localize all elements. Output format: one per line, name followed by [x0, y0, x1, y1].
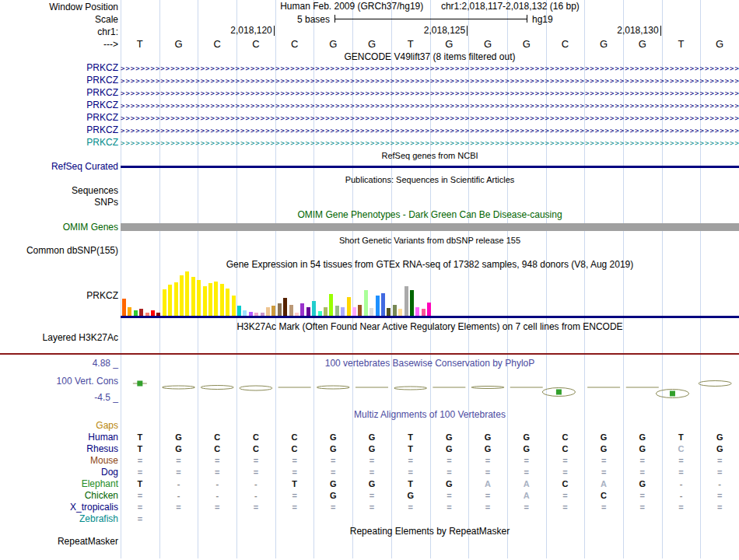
gtex-expression-bar[interactable]: [410, 290, 414, 316]
gene-label[interactable]: PRKCZ: [0, 100, 118, 110]
gtex-expression-bar[interactable]: [295, 313, 299, 316]
repeatmasker-track-label[interactable]: RepeatMasker: [0, 536, 118, 547]
gtex-expression-bar[interactable]: [191, 277, 195, 316]
gtex-expression-bar[interactable]: [249, 312, 253, 316]
gtex-expression-bar[interactable]: [168, 285, 172, 316]
gtex-expression-bar[interactable]: [347, 297, 351, 316]
gtex-expression-bar[interactable]: [415, 307, 419, 316]
gtex-expression-bar[interactable]: [427, 303, 431, 316]
gtex-expression-bar[interactable]: [300, 303, 304, 316]
gene-model-row[interactable]: >>>>>>>>>>>>>>>>>>>>>>>>>>>>>>>>>>>>>>>>…: [121, 112, 739, 124]
multiz-track-title[interactable]: Multiz Alignments of 100 Vertebrates: [121, 409, 739, 420]
omim-gene-item[interactable]: [121, 223, 739, 231]
gene-model-row[interactable]: >>>>>>>>>>>>>>>>>>>>>>>>>>>>>>>>>>>>>>>>…: [121, 137, 739, 149]
species-label-rhesus[interactable]: Rhesus: [0, 443, 118, 454]
species-label-dog[interactable]: Dog: [0, 467, 118, 478]
species-label-mouse[interactable]: Mouse: [0, 455, 118, 466]
gtex-expression-bar[interactable]: [283, 298, 287, 316]
omim-track-label[interactable]: OMIM Genes: [0, 222, 118, 233]
gtex-expression-bar[interactable]: [376, 296, 380, 316]
dbsnp-track-title[interactable]: Short Genetic Variants from dbSNP releas…: [121, 235, 739, 246]
gene-label[interactable]: PRKCZ: [0, 124, 118, 135]
gtex-expression-bar[interactable]: [352, 307, 356, 316]
gtex-expression-bar[interactable]: [289, 305, 293, 316]
species-label-human[interactable]: Human: [0, 432, 118, 443]
gene-model-row[interactable]: >>>>>>>>>>>>>>>>>>>>>>>>>>>>>>>>>>>>>>>>…: [121, 87, 739, 100]
species-label-zebrafish[interactable]: Zebrafish: [0, 513, 118, 524]
gene-label[interactable]: PRKCZ: [0, 112, 118, 123]
gtex-expression-bar[interactable]: [266, 307, 270, 316]
alignment-cell: =: [313, 467, 352, 478]
h3k27ac-track-label[interactable]: Layered H3K27Ac: [0, 332, 118, 343]
repeatmasker-track-title[interactable]: Repeating Elements by RepeatMasker: [121, 526, 739, 537]
gtex-expression-bar[interactable]: [220, 284, 224, 316]
gtex-expression-bar[interactable]: [358, 305, 362, 316]
gtex-expression-bar[interactable]: [335, 306, 339, 316]
gtex-expression-bar[interactable]: [197, 280, 201, 316]
gtex-expression-bar[interactable]: [381, 293, 385, 316]
gtex-track-title[interactable]: Gene Expression in 54 tissues from GTEx …: [121, 259, 739, 270]
gtex-expression-bar[interactable]: [254, 313, 258, 316]
species-label-x_tropicalis[interactable]: X_tropicalis: [0, 502, 118, 513]
gencode-track-title[interactable]: GENCODE V49lift37 (8 items filtered out): [121, 51, 739, 62]
gtex-expression-bar[interactable]: [306, 307, 310, 316]
gtex-expression-bar[interactable]: [163, 289, 166, 316]
gtex-expression-bar[interactable]: [203, 286, 207, 316]
publications-track-title[interactable]: Publications: Sequences in Scientific Ar…: [121, 174, 739, 185]
publications-sequences-label[interactable]: Sequences: [0, 185, 118, 196]
gtex-expression-bar[interactable]: [174, 282, 178, 316]
refseq-gene-item[interactable]: [121, 166, 739, 168]
gtex-expression-bar[interactable]: [422, 309, 426, 316]
gtex-expression-bar[interactable]: [243, 310, 247, 316]
gene-label[interactable]: PRKCZ: [0, 75, 118, 86]
gene-label[interactable]: PRKCZ: [0, 137, 118, 148]
gene-model-row[interactable]: >>>>>>>>>>>>>>>>>>>>>>>>>>>>>>>>>>>>>>>>…: [121, 124, 739, 137]
gtex-expression-bar[interactable]: [261, 313, 264, 316]
gtex-expression-bar[interactable]: [393, 305, 397, 316]
gtex-expression-bar[interactable]: [329, 294, 333, 316]
conservation-track-label[interactable]: 100 Vert. Cons: [0, 376, 118, 387]
gene-model-row[interactable]: >>>>>>>>>>>>>>>>>>>>>>>>>>>>>>>>>>>>>>>>…: [121, 100, 739, 112]
gene-model-row[interactable]: >>>>>>>>>>>>>>>>>>>>>>>>>>>>>>>>>>>>>>>>…: [121, 62, 739, 75]
gtex-expression-bar[interactable]: [208, 283, 212, 316]
gtex-expression-bar[interactable]: [318, 311, 322, 316]
publications-snps-label[interactable]: SNPs: [0, 197, 118, 208]
gtex-expression-bar[interactable]: [156, 313, 160, 316]
species-label-gaps[interactable]: Gaps: [0, 420, 118, 431]
h3k27ac-track-title[interactable]: H3K27Ac Mark (Often Found Near Active Re…: [121, 321, 739, 332]
gtex-expression-bar[interactable]: [226, 289, 229, 316]
refseq-track-title[interactable]: RefSeq genes from NCBI: [121, 150, 739, 161]
gtex-expression-bar[interactable]: [370, 308, 373, 316]
gtex-expression-bar[interactable]: [185, 271, 189, 316]
alignment-cell: =: [623, 490, 662, 502]
gtex-expression-bar[interactable]: [324, 307, 327, 316]
omim-track-title[interactable]: OMIM Gene Phenotypes - Dark Green Can Be…: [121, 209, 739, 220]
gene-label[interactable]: PRKCZ: [0, 87, 118, 98]
gtex-expression-bar[interactable]: [128, 307, 131, 316]
species-label-chicken[interactable]: Chicken: [0, 490, 118, 501]
gtex-expression-bar[interactable]: [278, 303, 282, 316]
gene-model-row[interactable]: >>>>>>>>>>>>>>>>>>>>>>>>>>>>>>>>>>>>>>>>…: [121, 75, 739, 87]
gtex-expression-bar[interactable]: [364, 290, 368, 316]
gtex-expression-bar[interactable]: [151, 310, 155, 316]
gtex-expression-bar[interactable]: [398, 309, 402, 316]
gtex-expression-bar[interactable]: [387, 308, 391, 316]
gtex-expression-bar[interactable]: [214, 282, 218, 316]
alignment-cell: C: [275, 432, 314, 443]
gtex-expression-bar[interactable]: [180, 275, 184, 316]
gtex-expression-bar[interactable]: [139, 309, 143, 316]
gtex-expression-bar[interactable]: [237, 306, 241, 316]
gtex-track-label[interactable]: PRKCZ: [0, 290, 118, 301]
dbsnp-track-label[interactable]: Common dbSNP(155): [0, 245, 118, 256]
species-label-elephant[interactable]: Elephant: [0, 478, 118, 489]
refseq-track-label[interactable]: RefSeq Curated: [0, 161, 118, 172]
gtex-expression-bar[interactable]: [312, 301, 316, 316]
gtex-expression-bar[interactable]: [271, 306, 275, 316]
gtex-expression-bar[interactable]: [122, 299, 126, 316]
gtex-expression-bar[interactable]: [341, 307, 345, 316]
gtex-expression-bar[interactable]: [145, 313, 149, 316]
gtex-expression-bar[interactable]: [232, 296, 236, 316]
gtex-expression-bar[interactable]: [405, 286, 408, 316]
gtex-expression-bar[interactable]: [134, 310, 138, 316]
gene-label[interactable]: PRKCZ: [0, 62, 118, 73]
